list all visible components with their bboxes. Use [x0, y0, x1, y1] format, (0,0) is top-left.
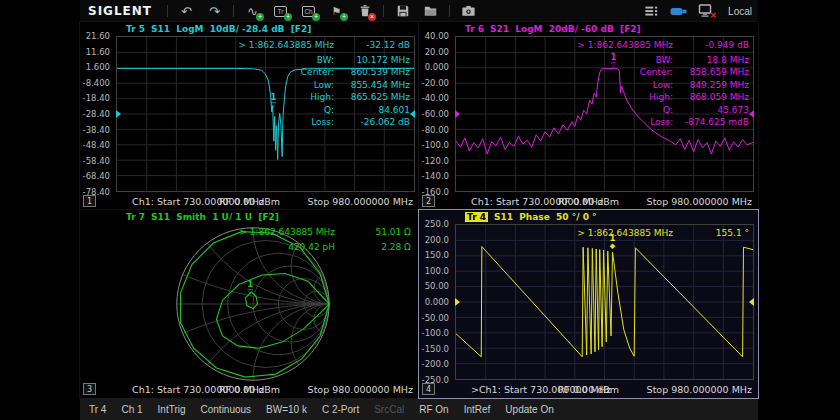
toolbar-separator [233, 5, 234, 17]
trace-plot-svg [456, 225, 753, 379]
y-tick-label: -80.00 [422, 125, 449, 135]
y-tick-label: -48.40 [83, 140, 110, 150]
channel-footer: 1 Ch1: Start 730.000000 MHz RF 0.00 dBm … [80, 193, 419, 210]
stat-value: 865.625 MHz [334, 91, 410, 104]
marker-value: -0.949 dB [673, 39, 749, 52]
y-tick-label: -58.40 [83, 156, 110, 166]
status-item-srccal[interactable]: SrcCal [374, 404, 404, 415]
window-layout-button[interactable] [642, 3, 661, 20]
add-trace-button[interactable]: ∿+ [243, 3, 262, 20]
status-bar: Tr 4Ch 1IntTrigContinuousBW=10 kC 2-Port… [80, 398, 758, 420]
trace-selector[interactable]: Tr 6 [465, 24, 484, 34]
status-item-c-2-port[interactable]: C 2-Port [322, 404, 359, 415]
stat-label: High: [553, 91, 673, 104]
window-4-s11-phase[interactable]: Tr 4 S11 Phase 50 °/ 0 ° 250.0200.0150.0… [419, 210, 758, 398]
window-grid: Tr 5 S11 LogM 10dB/ -28.4 dB [F2] 21.601… [80, 22, 758, 398]
smith-chart-area[interactable]: > 1:862.643885 MHz51.01 Ω 420.42 pH2.28 … [90, 224, 415, 384]
y-tick-label: 21.60 [86, 31, 110, 41]
stat-row: Loss:-26.062 dB [214, 116, 410, 129]
plot-area[interactable]: > 1:862.643885 MHz-0.949 dB BW:18.8 MHzC… [455, 36, 754, 192]
status-item-continuous[interactable]: Continuous [201, 404, 252, 415]
window-title: Tr 6 S21 LogM 20dB/ -60 dB [F2] [465, 23, 641, 35]
y-tick-label: -18.40 [83, 93, 110, 103]
marker-1[interactable]: 1▽ [610, 53, 616, 69]
window-2-s21-logm[interactable]: Tr 6 S21 LogM 20dB/ -60 dB [F2] 40.0020.… [419, 22, 758, 210]
stat-label: Low: [214, 79, 334, 92]
y-tick-label: -8.400 [83, 78, 110, 88]
stat-label: Center: [214, 66, 334, 79]
marker-1[interactable]: 1◆ [610, 234, 616, 250]
stat-row: BW:18.8 MHz [553, 54, 749, 67]
stat-value: 84.601 [334, 104, 410, 117]
channel-footer: 4 >Ch1: Start 730.000000 MHz RF 0.00 dBm… [419, 381, 758, 398]
ref-level-indicator [749, 110, 754, 118]
y-tick-label: -50.00 [422, 313, 449, 323]
y-tick-label: 100.0 [425, 266, 449, 276]
status-item-ch-1[interactable]: Ch 1 [121, 404, 142, 415]
local-remote-button[interactable]: Local [728, 6, 752, 17]
folder-icon [423, 4, 438, 18]
screenshot-button[interactable] [459, 3, 478, 20]
window-title: Tr 4 S11 Phase 50 °/ 0 ° [465, 211, 597, 223]
y-tick-label: -200.0 [422, 359, 449, 369]
marker-value: -32.12 dB [334, 39, 410, 52]
trace-selector-active[interactable]: Tr 4 [465, 212, 488, 222]
marker-1[interactable]: 1▽ [247, 280, 253, 296]
ref-level-indicator [116, 110, 121, 118]
marker-frequency: > 1:862.643885 MHz [215, 226, 335, 239]
redo-button[interactable]: ↷ [205, 3, 224, 20]
lan-status[interactable]: × [697, 3, 715, 19]
marker-frequency: > 1:862.643885 MHz [553, 39, 673, 52]
window-number: 1 [83, 195, 96, 207]
stat-label: Low: [553, 79, 673, 92]
rf-power: RF 0.00 dBm [219, 196, 280, 207]
stat-row: 420.42 pH2.28 Ω [215, 241, 411, 254]
camera-icon [461, 4, 476, 18]
bandwidth-stats: BW:18.8 MHzCenter:858.659 MHzLow:849.259… [553, 54, 749, 129]
stat-row: Low:849.259 MHz [553, 79, 749, 92]
y-tick-label: 0.000 [425, 62, 449, 72]
siglent-logo: SIGLENT [88, 4, 152, 18]
status-item-rf-on[interactable]: RF On [419, 404, 448, 415]
status-item-tr-4[interactable]: Tr 4 [89, 404, 106, 415]
stop-frequency: Stop 980.000000 MHz [647, 196, 752, 207]
undo-button[interactable]: ↶ [177, 3, 196, 20]
window-3-s11-smith[interactable]: Tr 7 S11 Smith 1 U/ 1 U [F2] > 1:862.643… [80, 210, 419, 398]
open-button[interactable] [421, 3, 440, 20]
trace-selector[interactable]: Tr 7 [126, 212, 145, 222]
ref-level-indicator [455, 110, 460, 118]
trace-selector[interactable]: Tr 5 [126, 24, 145, 34]
y-tick-label: -140.0 [422, 171, 449, 181]
status-item-bw-10-k[interactable]: BW=10 k [266, 404, 307, 415]
rf-power: RF 0.00 dBm [558, 384, 619, 395]
trace-params: S21 LogM 20dB/ -60 dB [F2] [490, 24, 641, 34]
save-button[interactable] [393, 3, 412, 20]
delete-button[interactable]: × [355, 3, 374, 20]
marker-symbol-icon: ▽ [611, 62, 616, 69]
status-item-update-on[interactable]: Update On [505, 404, 553, 415]
ref-level-indicator [749, 298, 754, 306]
plot-area[interactable]: > 1:862.643885 MHz155.1 ° 1◆ [455, 224, 754, 380]
window-1-s11-logm[interactable]: Tr 5 S11 LogM 10dB/ -28.4 dB [F2] 21.601… [80, 22, 419, 210]
window-title: Tr 7 S11 Smith 1 U/ 1 U [F2] [126, 211, 279, 223]
add-channel-button[interactable]: Ch+ [299, 3, 318, 20]
usb-status[interactable] [670, 6, 688, 17]
y-tick-label: 50.00 [425, 281, 449, 291]
add-trace-window-button[interactable]: Tr+ [271, 3, 290, 20]
status-item-intref[interactable]: IntRef [464, 404, 491, 415]
add-marker-button[interactable]: ⚑+ [327, 3, 346, 20]
stat-value: 45.673 [673, 104, 749, 117]
toolbar: SIGLENT ↶ ↷ ∿+ Tr+ Ch+ ⚑+ × [80, 0, 758, 22]
window-number: 2 [422, 195, 435, 207]
plot-area[interactable]: > 1:862.643885 MHz-32.12 dB BW:10.172 MH… [116, 36, 415, 192]
status-item-inttrig[interactable]: IntTrig [158, 404, 186, 415]
ref-level-indicator [455, 298, 460, 306]
stat-row: Low:855.454 MHz [214, 79, 410, 92]
bandwidth-stats: BW:10.172 MHzCenter:860.539 MHzLow:855.4… [214, 54, 410, 129]
y-axis-labels: 250.0200.0150.0100.050.000.000-50.00-100… [419, 224, 452, 380]
toolbar-separator [383, 5, 384, 17]
marker-1[interactable]: 1▽ [271, 93, 277, 109]
redo-icon: ↷ [209, 5, 220, 18]
marker-readout: > 1:862.643885 MHz-32.12 dB BW:10.172 MH… [214, 39, 410, 129]
stat-label: Loss: [214, 116, 334, 129]
